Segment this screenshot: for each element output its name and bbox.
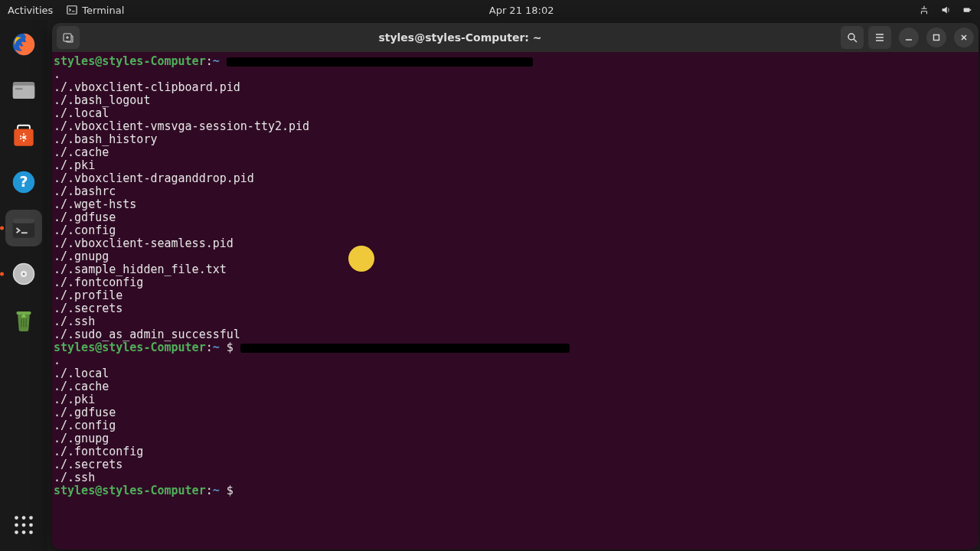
- svg-rect-6: [15, 88, 23, 90]
- dock-files[interactable]: [5, 72, 42, 109]
- svg-point-20: [29, 516, 33, 520]
- power-icon[interactable]: [962, 5, 972, 15]
- search-button[interactable]: [841, 26, 864, 49]
- clock[interactable]: Apr 21 18:02: [489, 5, 554, 16]
- menu-button[interactable]: [868, 26, 891, 49]
- svg-rect-1: [964, 8, 970, 11]
- svg-rect-29: [934, 35, 939, 41]
- window-title: styles@styles-Computer: ~: [84, 31, 836, 44]
- svg-text:?: ?: [19, 173, 28, 190]
- svg-rect-5: [13, 86, 35, 99]
- close-button[interactable]: [954, 28, 974, 47]
- svg-point-25: [22, 530, 26, 534]
- dock-software[interactable]: [5, 118, 42, 155]
- dock-show-apps[interactable]: [5, 507, 42, 543]
- gnome-top-bar: Activities Terminal Apr 21 18:02: [0, 0, 980, 20]
- svg-point-18: [15, 516, 18, 520]
- svg-point-23: [29, 523, 33, 527]
- maximize-button[interactable]: [926, 28, 946, 47]
- dock-help[interactable]: ?: [5, 164, 42, 201]
- dock-disks[interactable]: [5, 256, 42, 292]
- svg-rect-12: [13, 218, 35, 223]
- dock-firefox[interactable]: [5, 26, 42, 63]
- focused-app-label: Terminal: [82, 5, 124, 16]
- window-titlebar: styles@styles-Computer: ~: [52, 23, 978, 52]
- dock-trash[interactable]: [5, 302, 42, 338]
- svg-point-22: [22, 523, 26, 527]
- cursor-highlight-dot: [348, 246, 374, 272]
- svg-point-28: [848, 34, 854, 40]
- volume-icon[interactable]: [940, 5, 951, 15]
- svg-point-24: [15, 530, 18, 534]
- network-icon[interactable]: [919, 5, 929, 15]
- terminal-window: styles@styles-Computer: ~ styles@styles-…: [52, 23, 978, 549]
- svg-point-21: [15, 523, 18, 527]
- dock: ?: [0, 20, 47, 551]
- minimize-button[interactable]: [899, 28, 919, 47]
- activities-button[interactable]: Activities: [8, 5, 53, 16]
- svg-point-26: [29, 530, 33, 534]
- svg-rect-2: [970, 9, 972, 11]
- new-tab-button[interactable]: [57, 26, 80, 49]
- svg-point-16: [22, 272, 24, 275]
- terminal-body[interactable]: styles@styles-Computer:~ . ./.vboxclient…: [52, 52, 978, 549]
- dock-terminal[interactable]: [5, 210, 42, 246]
- svg-point-19: [22, 516, 26, 520]
- svg-rect-0: [67, 6, 77, 15]
- focused-app-indicator[interactable]: Terminal: [67, 5, 124, 16]
- terminal-icon: [67, 5, 77, 15]
